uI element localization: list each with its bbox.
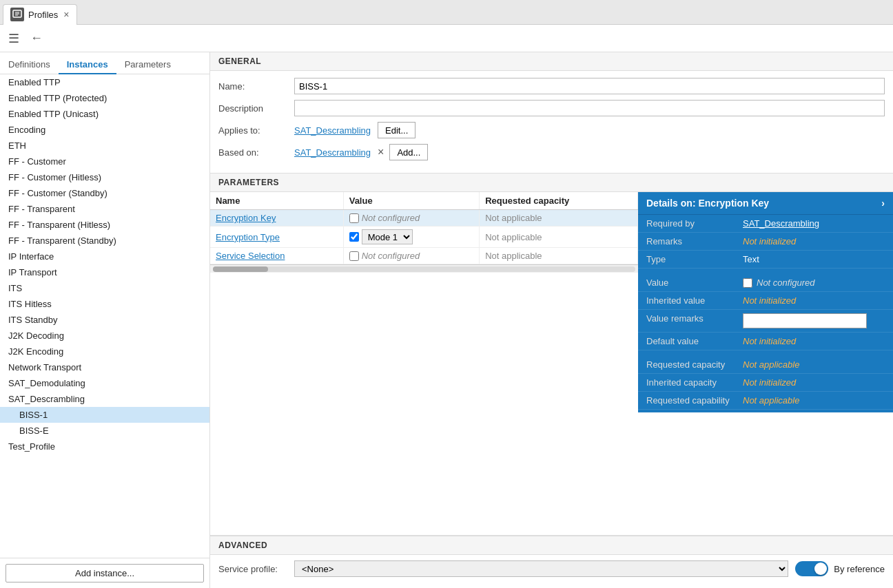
add-instance-button[interactable]: Add instance... xyxy=(6,564,204,582)
param-capacity-cell: Not applicable xyxy=(480,227,638,248)
tab-instances[interactable]: Instances xyxy=(59,56,116,74)
general-section-body: Name: Description Applies to: SAT_Descra… xyxy=(210,71,893,173)
tab-definitions[interactable]: Definitions xyxy=(0,56,59,74)
name-input[interactable] xyxy=(294,78,885,94)
params-table-area: Name Value Requested capacity Encryption… xyxy=(210,192,638,412)
based-on-remove-button[interactable]: × xyxy=(378,146,384,158)
param-value-cell: Mode 1 xyxy=(343,227,480,248)
sidebar-item[interactable]: J2K Decoding xyxy=(0,328,209,344)
scrollbar-thumb xyxy=(213,266,268,272)
sidebar-item[interactable]: FF - Customer xyxy=(0,154,209,169)
description-input[interactable] xyxy=(294,100,885,116)
param-value-select[interactable]: Mode 1 xyxy=(362,229,413,244)
add-based-on-button[interactable]: Add... xyxy=(389,144,428,160)
sidebar-item[interactable]: ITS xyxy=(0,280,209,296)
sidebar-item[interactable]: Enabled TTP (Protected) xyxy=(0,90,209,106)
sidebar-item[interactable]: IP Interface xyxy=(0,249,209,264)
sidebar-item[interactable]: FF - Customer (Standby) xyxy=(0,185,209,201)
details-row-value: Not applicable xyxy=(743,359,799,370)
sidebar-item[interactable]: FF - Transparent xyxy=(0,201,209,217)
param-value-checkbox-row: Not configured xyxy=(349,251,474,261)
applies-to-link[interactable]: SAT_Descrambling xyxy=(294,125,371,136)
param-name-link[interactable]: Encryption Key xyxy=(216,213,276,223)
details-row-label: Inherited value xyxy=(646,295,743,306)
details-row: TypeText xyxy=(638,251,893,269)
sidebar-item[interactable]: Network Transport xyxy=(0,359,209,375)
based-on-label: Based on: xyxy=(218,147,294,158)
details-row-value xyxy=(743,313,867,328)
col-value: Value xyxy=(343,192,480,210)
details-row-value: Not configured xyxy=(743,277,815,288)
sidebar-tabs: Definitions Instances Parameters xyxy=(0,52,209,74)
details-row-value: Text xyxy=(743,254,759,264)
details-row: Inherited valueNot initialized xyxy=(638,292,893,310)
details-value-input[interactable] xyxy=(743,313,867,328)
details-row-value[interactable]: SAT_Descrambling xyxy=(743,218,819,229)
applies-to-label: Applies to: xyxy=(218,125,294,136)
param-checkbox[interactable] xyxy=(349,232,359,242)
sidebar-item[interactable]: IP Transport xyxy=(0,264,209,280)
details-value-checkbox-row: Not configured xyxy=(743,277,815,288)
sidebar-item[interactable]: Enabled TTP xyxy=(0,74,209,90)
param-name-link[interactable]: Encryption Type xyxy=(216,232,280,242)
tab-close-button[interactable]: × xyxy=(63,10,69,19)
params-scrollbar[interactable] xyxy=(210,264,638,273)
param-value-cell: Not configured xyxy=(343,210,480,227)
details-row-label: Value remarks xyxy=(646,313,743,324)
sidebar-item[interactable]: FF - Transparent (Hitless) xyxy=(0,217,209,233)
based-on-row: Based on: SAT_Descrambling × Add... xyxy=(218,144,885,160)
sidebar-item[interactable]: FF - Customer (Hitless) xyxy=(0,169,209,185)
details-row-label: Type xyxy=(646,254,743,264)
service-profile-label: Service profile: xyxy=(218,564,294,574)
param-value-select-row: Mode 1 xyxy=(349,229,474,244)
param-not-configured: Not configured xyxy=(362,213,420,223)
service-profile-select[interactable]: <None> xyxy=(294,560,788,577)
profiles-tab[interactable]: Profiles × xyxy=(3,4,77,25)
sidebar-item[interactable]: Enabled TTP (Unicast) xyxy=(0,106,209,122)
details-row-value: Not applicable xyxy=(743,395,799,406)
param-value-cell: Not configured xyxy=(343,248,480,264)
details-row: Requested capabilityNot applicable xyxy=(638,392,893,410)
by-reference-toggle[interactable] xyxy=(795,561,828,576)
tab-bar: Profiles × xyxy=(0,0,893,25)
param-name-link[interactable]: Service Selection xyxy=(216,251,285,261)
sidebar-item[interactable]: ETH xyxy=(0,138,209,154)
sidebar-item[interactable]: Test_Profile xyxy=(0,439,209,454)
sidebar-item[interactable]: J2K Encoding xyxy=(0,344,209,359)
sidebar-item[interactable]: ITS Standby xyxy=(0,312,209,328)
param-capacity-cell: Not applicable xyxy=(480,210,638,227)
based-on-link[interactable]: SAT_Descrambling xyxy=(294,147,371,158)
description-row: Description xyxy=(218,100,885,116)
sidebar-item[interactable]: BISS-1 xyxy=(0,407,209,423)
general-section-header: GENERAL xyxy=(210,52,893,71)
details-panel: Details on: Encryption Key › Required by… xyxy=(638,192,893,412)
sidebar-item[interactable]: SAT_Demodulating xyxy=(0,375,209,391)
details-row: Requested capacityNot applicable xyxy=(638,356,893,374)
sidebar-item[interactable]: BISS-E xyxy=(0,423,209,439)
details-row-label: Remarks xyxy=(646,236,743,246)
sidebar-item[interactable]: Encoding xyxy=(0,122,209,138)
back-button[interactable]: ← xyxy=(28,30,45,47)
general-section: GENERAL Name: Description Applies to: SA… xyxy=(210,52,893,174)
menu-icon: ☰ xyxy=(8,31,19,46)
advanced-section: ADVANCED Service profile: <None> By refe… xyxy=(210,536,893,588)
details-row-label: Required by xyxy=(646,218,743,229)
tab-parameters[interactable]: Parameters xyxy=(116,56,179,74)
menu-button[interactable]: ☰ xyxy=(6,30,22,48)
sidebar-item[interactable]: ITS Hitless xyxy=(0,296,209,312)
col-capacity: Requested capacity xyxy=(480,192,638,210)
details-value-checkbox[interactable] xyxy=(743,278,752,288)
sidebar-item[interactable]: SAT_Descrambling xyxy=(0,391,209,407)
sidebar-item[interactable]: FF - Transparent (Standby) xyxy=(0,233,209,249)
details-row-label: Default value xyxy=(646,336,743,346)
tab-icon xyxy=(10,8,24,21)
details-chevron-icon[interactable]: › xyxy=(881,198,885,209)
details-row-value: Not initialized xyxy=(743,377,796,388)
param-checkbox[interactable] xyxy=(349,251,359,261)
col-name: Name xyxy=(210,192,343,210)
edit-applies-button[interactable]: Edit... xyxy=(378,122,415,138)
scrollbar-track xyxy=(213,266,635,272)
sidebar: Definitions Instances Parameters Enabled… xyxy=(0,52,210,588)
param-checkbox[interactable] xyxy=(349,213,359,223)
toolbar: ☰ ← xyxy=(0,25,893,52)
